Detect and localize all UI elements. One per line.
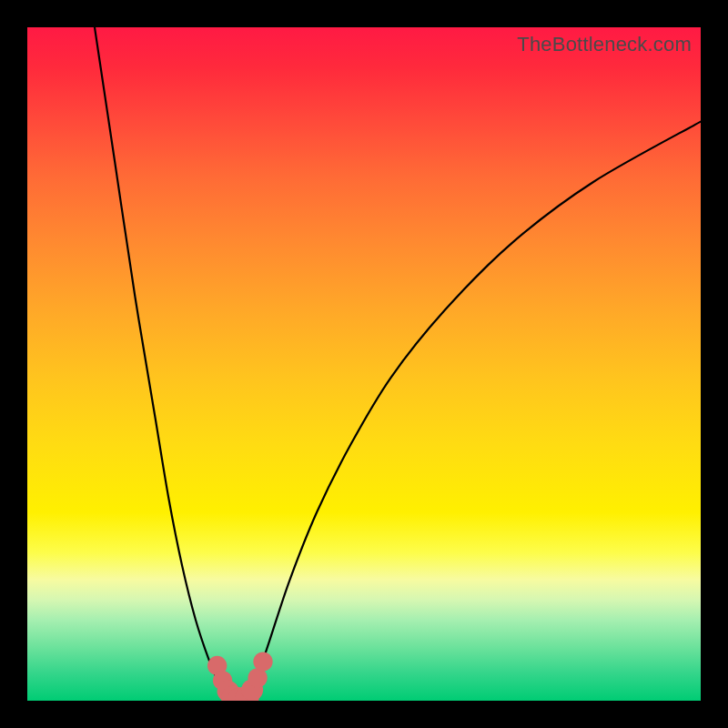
- curve-layer: [27, 27, 701, 701]
- plot-area: TheBottleneck.com: [27, 27, 701, 701]
- chart-frame: TheBottleneck.com: [0, 0, 728, 728]
- right-curve: [249, 122, 701, 701]
- left-curve: [95, 27, 229, 701]
- trough-markers: [207, 652, 273, 701]
- marker-dot: [253, 652, 272, 671]
